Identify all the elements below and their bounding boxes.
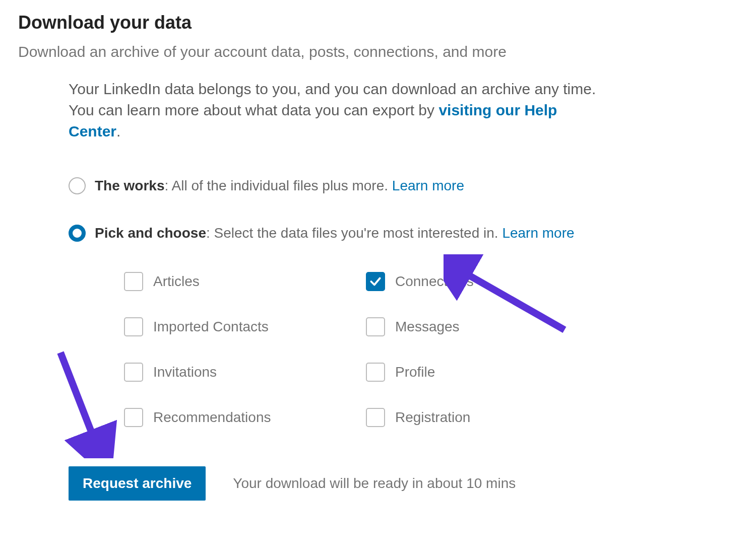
- intro-suffix: .: [116, 123, 120, 139]
- checkbox-profile[interactable]: Profile: [366, 363, 598, 382]
- checkbox-label: Messages: [395, 319, 460, 335]
- checkbox-label: Recommendations: [153, 409, 271, 426]
- checkbox-label: Registration: [395, 409, 470, 426]
- checkbox-label: Profile: [395, 364, 435, 380]
- checkbox-label: Connections: [395, 273, 474, 290]
- checkbox-recommendations[interactable]: Recommendations: [124, 408, 356, 427]
- learn-more-link-pick[interactable]: Learn more: [502, 225, 574, 241]
- radio-icon-selected: [69, 225, 86, 242]
- page-title: Download your data: [18, 12, 738, 33]
- checkbox-unchecked-icon: [124, 272, 143, 291]
- checkbox-messages[interactable]: Messages: [366, 317, 598, 336]
- checkbox-invitations[interactable]: Invitations: [124, 363, 356, 382]
- radio-label-rest: : Select the data files you're most inte…: [206, 225, 502, 241]
- checkbox-unchecked-icon: [124, 408, 143, 427]
- page-subtitle: Download an archive of your account data…: [18, 43, 738, 60]
- checkbox-label: Invitations: [153, 364, 217, 380]
- checkbox-grid: ArticlesConnectionsImported ContactsMess…: [124, 272, 738, 427]
- radio-pick-and-choose[interactable]: Pick and choose: Select the data files y…: [69, 225, 738, 242]
- checkbox-unchecked-icon: [124, 317, 143, 336]
- checkbox-unchecked-icon: [366, 317, 385, 336]
- checkbox-registration[interactable]: Registration: [366, 408, 598, 427]
- footer-note: Your download will be ready in about 10 …: [233, 475, 516, 492]
- radio-icon-unselected: [69, 177, 86, 194]
- checkbox-imported-contacts[interactable]: Imported Contacts: [124, 317, 356, 336]
- checkbox-label: Imported Contacts: [153, 319, 269, 335]
- checkbox-unchecked-icon: [366, 363, 385, 382]
- learn-more-link-works[interactable]: Learn more: [392, 178, 464, 193]
- checkbox-unchecked-icon: [366, 408, 385, 427]
- checkbox-connections[interactable]: Connections: [366, 272, 598, 291]
- radio-label: The works: All of the individual files p…: [95, 178, 464, 194]
- checkbox-label: Articles: [153, 273, 200, 290]
- radio-label-bold: Pick and choose: [95, 225, 206, 241]
- checkbox-checked-icon: [366, 272, 385, 291]
- checkbox-articles[interactable]: Articles: [124, 272, 356, 291]
- radio-label-bold: The works: [95, 178, 164, 193]
- checkbox-unchecked-icon: [124, 363, 143, 382]
- radio-label: Pick and choose: Select the data files y…: [95, 225, 575, 241]
- request-archive-button[interactable]: Request archive: [69, 466, 206, 501]
- radio-the-works[interactable]: The works: All of the individual files p…: [69, 177, 738, 194]
- radio-label-rest: : All of the individual files plus more.: [164, 178, 392, 193]
- intro-paragraph: Your LinkedIn data belongs to you, and y…: [69, 79, 613, 142]
